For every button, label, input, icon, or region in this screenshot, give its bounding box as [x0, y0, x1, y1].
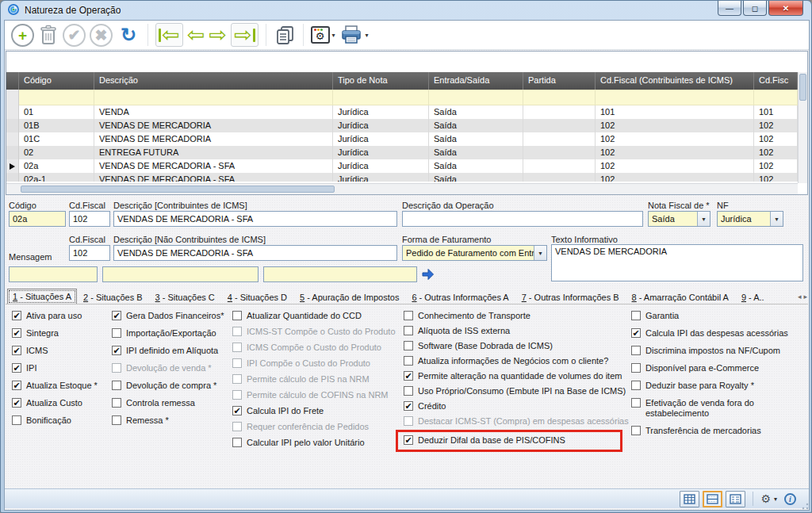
table-cell[interactable]: 01B	[19, 119, 94, 132]
codigo-field[interactable]: 02a	[9, 211, 66, 227]
table-row[interactable]: 01BVENDAS DE MERCADORIAJurídicaSaída1021…	[6, 119, 798, 132]
gear-icon[interactable]: ⚙	[760, 492, 771, 505]
table-cell[interactable]: Saída	[429, 159, 523, 173]
chevron-down-icon[interactable]: ▼	[534, 246, 546, 260]
dropdown-caret-icon[interactable]: ▾	[774, 496, 777, 503]
checked-checkbox-icon[interactable]: ✔	[12, 328, 21, 338]
vertical-scrollbar[interactable]	[798, 72, 807, 183]
nav-previous-button[interactable]: ⇦	[187, 25, 205, 46]
mensagem-field-2[interactable]	[102, 266, 259, 282]
checkbox-permite-c-lculo-de-cofins-na-nrm[interactable]: Permite cálculo de COFINS na NRM	[232, 390, 402, 400]
tab-2[interactable]: 2 - Situações B	[77, 290, 149, 304]
settings-button[interactable]: ⚙ ▾	[311, 26, 335, 44]
checkbox-ipi-definido-em-al-quota[interactable]: ✔IPI definido em Alíquota	[112, 346, 231, 356]
table-cell[interactable]	[523, 146, 596, 159]
chevron-down-icon[interactable]: ▼	[770, 212, 783, 226]
checkbox-dispon-vel-para-e-commerce[interactable]: Disponível para e-Commerce	[631, 363, 796, 373]
table-cell[interactable]: VENDAS DE MERCADORIA	[94, 119, 333, 132]
table-cell[interactable]	[523, 159, 596, 173]
checkbox-permite-c-lculo-de-pis-na-nrm[interactable]: Permite cálculo de PIS na NRM	[232, 374, 402, 385]
column-header[interactable]: Tipo de Nota	[333, 72, 429, 90]
table-cell[interactable]: 02a	[19, 159, 94, 173]
title-bar[interactable]: Natureza de Operação	[1, 1, 811, 20]
table-cell[interactable]: 02a-1	[19, 173, 94, 182]
close-button[interactable]: ✕	[768, 1, 803, 16]
table-cell[interactable]: 01C	[19, 132, 94, 146]
texto-informativo-field[interactable]: VENDAS DE MERCADORIA	[551, 244, 803, 281]
checkbox-conhecimento-de-transporte[interactable]: Conhecimento de Transporte	[404, 311, 630, 321]
tab-4[interactable]: 4 - Situações D	[221, 290, 293, 304]
nf-select[interactable]: Jurídica ▼	[717, 211, 783, 227]
filter-cell[interactable]	[596, 90, 754, 105]
print-button[interactable]: ▾	[339, 25, 369, 45]
checkbox-gera-dados-financeiros[interactable]: ✔Gera Dados Financeiros*	[112, 311, 231, 321]
tab-8[interactable]: 8 - Amarração Contábil A	[626, 290, 735, 304]
table-cell[interactable]	[523, 132, 596, 146]
filter-cell[interactable]	[19, 90, 94, 105]
table-cell[interactable]: Saída	[429, 146, 523, 159]
table-cell[interactable]: VENDAS DE MERCADORIA - SFA	[94, 173, 333, 182]
tab-6[interactable]: 6 - Outras Informações A	[405, 290, 515, 304]
table-row[interactable]: 02aVENDAS DE MERCADORIA - SFAJurídicaSaí…	[6, 159, 798, 173]
checked-checkbox-icon[interactable]: ✔	[404, 371, 413, 381]
checkbox-calcula-ipi-das-despesas-acess-rias[interactable]: ✔Calcula IPI das despesas acessórias	[631, 328, 796, 339]
checked-checkbox-icon[interactable]: ✔	[12, 398, 21, 408]
unchecked-checkbox-icon[interactable]	[631, 398, 641, 408]
table-cell[interactable]: 102	[596, 132, 754, 146]
checkbox-efetiva-o-de-venda-fora-do-estabelecimento[interactable]: Efetivação de venda fora do estabelecime…	[631, 398, 796, 419]
tab-9[interactable]: 9 - A..	[735, 290, 771, 304]
table-cell[interactable]: 102	[754, 159, 798, 173]
table-row[interactable]: 01CVENDAS DE MERCADORIAJurídicaSaída1021…	[6, 132, 798, 146]
checkbox-icms-comp-e-o-custo-do-produto[interactable]: ICMS Compõe o Custo do Produto	[232, 343, 402, 353]
checkbox-al-quota-de-iss-externa[interactable]: Alíquota de ISS externa	[404, 326, 630, 336]
table-cell[interactable]: Jurídica	[333, 146, 429, 159]
table-cell[interactable]: Saída	[429, 105, 523, 119]
mensagem-field-3[interactable]	[263, 266, 417, 282]
checkbox-controla-remessa[interactable]: Controla remessa	[112, 398, 231, 408]
table-cell[interactable]: 102	[754, 146, 798, 159]
blue-arrow-icon[interactable]	[421, 268, 435, 281]
table-cell[interactable]: Jurídica	[333, 105, 429, 119]
unchecked-checkbox-icon[interactable]	[232, 327, 242, 336]
nav-last-button[interactable]: ⇨	[231, 23, 259, 47]
checkbox-ativa-para-uso[interactable]: ✔Ativa para uso	[12, 311, 109, 321]
unchecked-checkbox-icon[interactable]	[232, 343, 242, 352]
checked-checkbox-icon[interactable]: ✔	[12, 363, 21, 373]
unchecked-checkbox-icon[interactable]	[404, 341, 413, 350]
checkbox-garantia[interactable]: Garantia	[631, 311, 796, 321]
column-header[interactable]: Entrada/Saída	[429, 72, 523, 90]
unchecked-checkbox-icon[interactable]	[112, 381, 121, 390]
unchecked-checkbox-icon[interactable]	[232, 311, 242, 320]
checkbox-atualiza-custo[interactable]: ✔Atualiza Custo	[12, 398, 109, 408]
checked-checkbox-icon[interactable]: ✔	[112, 311, 121, 320]
checkbox-transfer-ncia-de-mercadorias[interactable]: Transferência de mercadorias	[631, 426, 796, 436]
checkbox-deduzir-difal-da-base-de-pis-cofins[interactable]: ✔Deduzir Difal da base de PIS/COFINS	[396, 430, 622, 452]
table-cell[interactable]: 101	[754, 105, 798, 119]
checkbox-software-base-dobrada-de-icms[interactable]: Software (Base Dobrada de ICMS)	[404, 341, 630, 351]
cdfiscal1-field[interactable]: 102	[69, 211, 110, 227]
table-cell[interactable]: 102	[596, 173, 754, 182]
checkbox-atualizar-quantidade-do-ccd[interactable]: Atualizar Quantidade do CCD	[232, 311, 402, 321]
unchecked-checkbox-icon[interactable]	[631, 426, 641, 435]
column-header[interactable]: Cd.Fiscal (Contribuintes de ICMS)	[596, 72, 754, 90]
checkbox-requer-confer-ncia-de-pedidos[interactable]: Requer conferência de Pedidos	[232, 422, 402, 432]
table-cell[interactable]: 102	[596, 119, 754, 132]
tab-3[interactable]: 3 - Situações C	[149, 290, 221, 304]
table-cell[interactable]: 101	[596, 105, 754, 119]
refresh-button[interactable]: ↻	[117, 24, 140, 46]
checkbox-sintegra[interactable]: ✔Sintegra	[12, 328, 109, 339]
nav-first-button[interactable]: ⇦	[155, 23, 183, 47]
checkbox-atualiza-estoque[interactable]: ✔Atualiza Estoque *	[12, 381, 109, 391]
tab-5[interactable]: 5 - Apuração de Impostos	[293, 290, 405, 304]
mensagem-field-1[interactable]	[9, 266, 98, 282]
table-cell[interactable]: 102	[754, 173, 798, 182]
checked-checkbox-icon[interactable]: ✔	[112, 346, 121, 355]
unchecked-checkbox-icon[interactable]	[232, 358, 242, 368]
column-header[interactable]: Partida	[523, 72, 596, 90]
checked-checkbox-icon[interactable]: ✔	[12, 381, 21, 390]
unchecked-checkbox-icon[interactable]	[404, 356, 413, 366]
table-cell[interactable]: Saída	[429, 119, 523, 132]
table-cell[interactable]: Jurídica	[333, 119, 429, 132]
checkbox-remessa[interactable]: Remessa *	[112, 415, 231, 426]
table-cell[interactable]: 102	[754, 132, 798, 146]
